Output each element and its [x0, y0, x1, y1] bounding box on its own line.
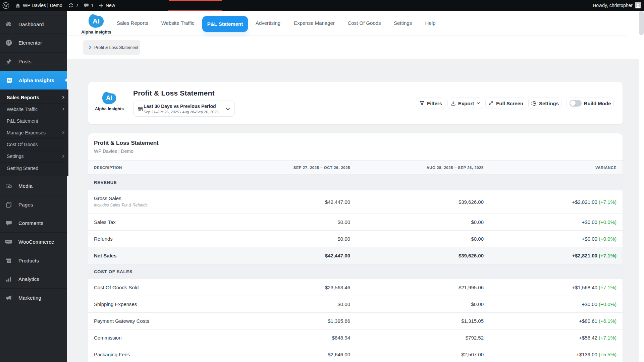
svg-text:WOO: WOO — [6, 241, 11, 243]
svg-text:AI: AI — [93, 17, 100, 25]
svg-text:AI: AI — [106, 94, 112, 102]
svg-text:W: W — [4, 3, 8, 7]
